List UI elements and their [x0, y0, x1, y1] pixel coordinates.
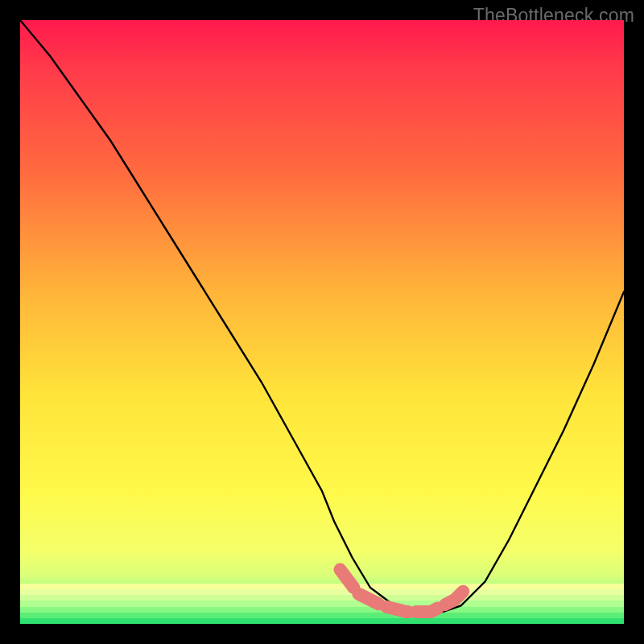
bottleneck-curve: [20, 20, 624, 612]
highlight-band: [341, 570, 468, 613]
plot-area: [20, 20, 624, 624]
curve-layer: [20, 20, 624, 624]
chart-frame: TheBottleneck.com: [0, 0, 644, 644]
